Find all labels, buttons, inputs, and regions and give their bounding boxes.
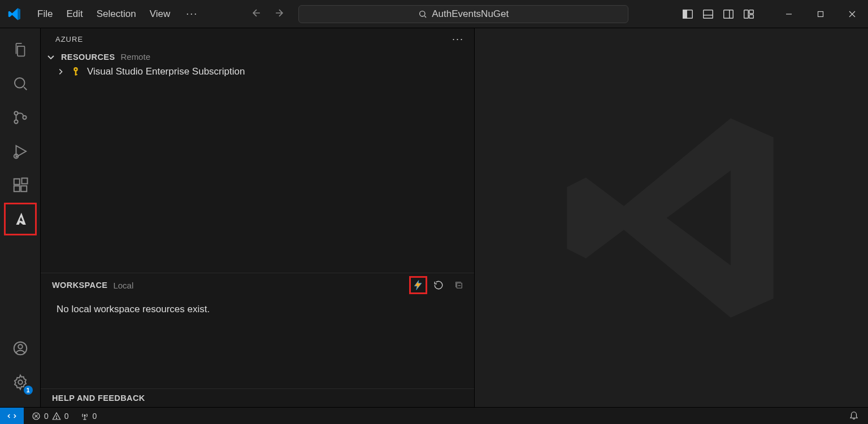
- svg-rect-11: [818, 11, 823, 16]
- workspace-empty-message: No local workspace resources exist.: [41, 294, 474, 321]
- svg-point-17: [23, 116, 26, 119]
- activity-settings-icon[interactable]: 1: [7, 369, 34, 396]
- create-function-icon[interactable]: [411, 278, 426, 292]
- menu-selection[interactable]: Selection: [97, 8, 136, 20]
- activity-accounts-icon[interactable]: [7, 335, 34, 362]
- menu-more-icon[interactable]: ···: [186, 8, 198, 20]
- section-resources-sub: Remote: [120, 52, 150, 62]
- svg-rect-19: [14, 179, 19, 185]
- svg-rect-20: [14, 186, 19, 191]
- key-icon: [70, 66, 81, 77]
- chevron-right-icon: [57, 68, 64, 76]
- svg-rect-21: [21, 186, 27, 191]
- svg-point-24: [18, 344, 23, 349]
- search-icon: [418, 10, 427, 19]
- activity-run-debug-icon[interactable]: [7, 138, 34, 165]
- section-help: HELP AND FEEDBACK: [41, 388, 474, 407]
- settings-badge: 1: [24, 386, 33, 395]
- chevron-down-icon: [46, 53, 55, 62]
- toggle-panel-icon[interactable]: [702, 8, 714, 20]
- vscode-watermark-icon: [553, 99, 790, 336]
- section-workspace-header[interactable]: WORKSPACE Local: [41, 273, 474, 294]
- status-problems[interactable]: 0 0: [32, 412, 69, 421]
- svg-rect-8: [749, 10, 753, 13]
- svg-rect-29: [75, 74, 77, 75]
- notifications-icon[interactable]: [849, 410, 859, 422]
- section-resources-header[interactable]: RESOURCES Remote: [41, 50, 474, 64]
- workspace-actions: [411, 278, 468, 292]
- title-bar-left: File Edit Selection View ··· AuthEventsN…: [0, 5, 628, 23]
- svg-rect-3: [704, 10, 713, 18]
- activity-bar: 1: [0, 28, 41, 407]
- error-icon: [32, 412, 41, 421]
- nav-arrows: [251, 7, 285, 20]
- status-warning-count: 0: [64, 412, 69, 421]
- title-bar: File Edit Selection View ··· AuthEventsN…: [0, 0, 868, 28]
- svg-point-14: [15, 78, 25, 88]
- resource-subscription-item[interactable]: Visual Studio Enterprise Subscription: [41, 64, 474, 80]
- resource-subscription-label: Visual Studio Enterprise Subscription: [87, 66, 245, 77]
- refresh-icon[interactable]: [431, 278, 446, 292]
- section-resources-title: RESOURCES: [61, 53, 115, 62]
- section-workspace-sub: Local: [113, 281, 133, 290]
- window-controls: [773, 0, 868, 28]
- svg-point-15: [14, 111, 18, 115]
- section-help-title: HELP AND FEEDBACK: [52, 394, 145, 403]
- activity-source-control-icon[interactable]: [7, 104, 34, 131]
- status-bar: 0 0 0: [0, 407, 868, 424]
- svg-rect-22: [21, 178, 27, 184]
- activity-search-icon[interactable]: [7, 70, 34, 97]
- editor-area: [475, 28, 868, 407]
- section-help-header[interactable]: HELP AND FEEDBACK: [41, 389, 474, 407]
- menu-view[interactable]: View: [150, 8, 171, 20]
- warning-icon: [52, 412, 61, 421]
- activity-extensions-icon[interactable]: [7, 172, 34, 199]
- status-ports[interactable]: 0: [80, 412, 97, 421]
- section-workspace-title: WORKSPACE: [52, 281, 107, 290]
- command-center-text: AuthEventsNuGet: [432, 8, 509, 20]
- collapse-all-icon[interactable]: [452, 278, 466, 292]
- customize-layout-icon[interactable]: [743, 8, 755, 20]
- remote-indicator[interactable]: [0, 408, 24, 424]
- vscode-logo-icon: [8, 7, 21, 21]
- svg-point-36: [56, 418, 57, 418]
- command-center[interactable]: AuthEventsNuGet: [298, 5, 628, 23]
- close-button[interactable]: [836, 0, 868, 28]
- main-body: 1 AZURE ··· RESOURCES Remote Visual Stud…: [0, 28, 868, 407]
- activity-explorer-icon[interactable]: [7, 36, 34, 63]
- svg-rect-9: [749, 14, 753, 18]
- svg-rect-5: [724, 10, 734, 18]
- svg-rect-2: [683, 10, 687, 18]
- status-ports-count: 0: [93, 412, 97, 421]
- nav-back-icon[interactable]: [251, 7, 262, 20]
- layout-controls: [682, 8, 755, 20]
- svg-point-0: [420, 11, 425, 16]
- toggle-primary-sidebar-icon[interactable]: [682, 8, 694, 20]
- sidebar-azure: AZURE ··· RESOURCES Remote Visual Studio…: [41, 28, 475, 407]
- main-menu: File Edit Selection View: [37, 8, 170, 20]
- section-workspace: WORKSPACE Local No local workspace resou…: [41, 273, 474, 388]
- menu-file[interactable]: File: [37, 8, 53, 20]
- sidebar-title: AZURE: [55, 35, 83, 43]
- maximize-button[interactable]: [805, 0, 836, 28]
- svg-point-16: [14, 120, 18, 123]
- sidebar-more-icon[interactable]: ···: [452, 33, 464, 45]
- svg-point-27: [75, 69, 77, 71]
- radio-tower-icon: [80, 412, 89, 421]
- minimize-button[interactable]: [773, 0, 805, 28]
- svg-point-25: [18, 380, 23, 384]
- activity-azure-icon[interactable]: [7, 206, 34, 233]
- sidebar-header: AZURE ···: [41, 28, 474, 50]
- status-error-count: 0: [44, 412, 49, 421]
- menu-edit[interactable]: Edit: [66, 8, 83, 20]
- svg-rect-7: [744, 10, 748, 18]
- nav-forward-icon[interactable]: [274, 7, 285, 20]
- toggle-secondary-sidebar-icon[interactable]: [722, 8, 735, 20]
